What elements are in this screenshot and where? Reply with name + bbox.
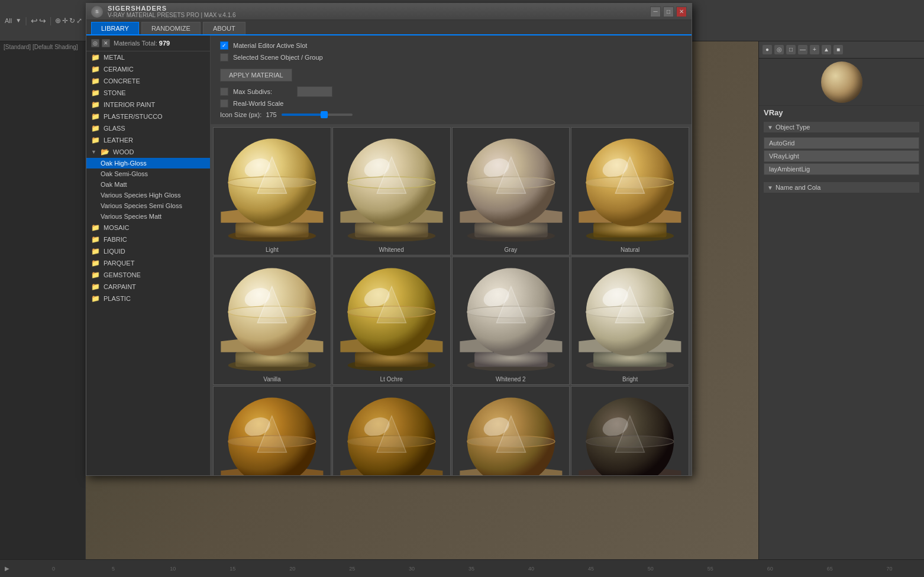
icon-size-slider-thumb[interactable] — [321, 111, 328, 118]
material-cell-light[interactable]: Light — [213, 127, 331, 255]
rp-icon-4[interactable]: — — [798, 45, 807, 54]
real-world-checkbox[interactable] — [220, 99, 228, 108]
toolbar-icon-redo[interactable]: ↪ — [39, 16, 46, 25]
sidebar-item-various-matt[interactable]: Various Species Matt — [86, 211, 210, 222]
app-logo: S — [91, 6, 103, 18]
sidebar-item-glass[interactable]: 📁 GLASS — [86, 122, 210, 134]
sidebar-item-parquet[interactable]: 📁 PARQUET — [86, 257, 210, 269]
sidebar-item-interior-paint[interactable]: 📁 INTERIOR PAINT — [86, 99, 210, 111]
object-type-section: ▼ Object Type AutoGrid VRayLight layAmbi… — [759, 119, 924, 180]
ambient-btn[interactable]: layAmbientLig — [764, 163, 919, 175]
tab-randomize[interactable]: RANDOMIZE — [141, 22, 201, 34]
scene-object-checkbox[interactable] — [220, 53, 228, 61]
max-subdivs-input[interactable] — [297, 86, 332, 97]
toolbar-move[interactable]: ✛ — [62, 17, 68, 25]
vraylight-btn[interactable]: VRayLight — [764, 150, 919, 162]
folder-icon-ceramic: 📁 — [91, 65, 100, 73]
folder-icon-leather: 📁 — [91, 136, 100, 144]
material-cell-dark[interactable] — [571, 386, 689, 476]
sidebar-item-leather[interactable]: 📁 LEATHER — [86, 134, 210, 146]
sidebar-item-gemstone[interactable]: 📁 GEMSTONE — [86, 269, 210, 281]
rp-icon-2[interactable]: ◎ — [774, 45, 784, 54]
material-name-bright: Bright — [622, 374, 638, 384]
tick-70: 70 — [860, 566, 919, 572]
main-content: ✓ Material Editor Active Slot Selected S… — [211, 35, 692, 475]
rp-icon-5[interactable]: + — [810, 45, 819, 54]
toolbar-rotate[interactable]: ↻ — [69, 17, 75, 25]
left-panel-label: [Standard] [Default Shading] — [0, 41, 85, 53]
icon-size-value: 175 — [266, 111, 276, 118]
sidebar-item-mosaic[interactable]: 📁 MOSAIC — [86, 222, 210, 234]
name-color-header[interactable]: ▼ Name and Cola — [764, 182, 919, 193]
folder-icon-glass: 📁 — [91, 124, 100, 132]
sidebar-label-parquet: PARQUET — [104, 260, 134, 267]
material-cell-gray[interactable]: Gray — [452, 127, 570, 255]
material-cell-natural[interactable]: Natural — [571, 127, 689, 255]
material-cell-oak3[interactable] — [452, 386, 570, 476]
title-controls: ─ □ ✕ — [650, 7, 687, 17]
material-editor-checkbox[interactable]: ✓ — [220, 41, 228, 50]
tab-library[interactable]: LIBRARY — [91, 22, 139, 34]
sidebar-collapse-btn[interactable]: ◎ — [91, 39, 99, 47]
sidebar-header-icons: ◎ ✕ — [91, 39, 110, 47]
material-cell-vanilla[interactable]: Vanilla — [213, 257, 331, 385]
material-cell-whitened2[interactable]: Whitened 2 — [452, 257, 570, 385]
sidebar-item-liquid[interactable]: 📁 LIQUID — [86, 245, 210, 257]
toolbar-select[interactable]: ⊕ — [55, 17, 61, 25]
sidebar-item-ceramic[interactable]: 📁 CERAMIC — [86, 63, 210, 75]
max-subdivs-checkbox[interactable] — [220, 87, 228, 96]
toolbar-dropdown[interactable]: ▼ — [15, 17, 21, 24]
rp-icon-1[interactable]: ● — [763, 45, 772, 54]
tick-30: 30 — [382, 566, 442, 572]
folder-icon-wood: 📂 — [101, 148, 109, 156]
right-panel: ● ◎ □ — + ▲ ■ VRay ▼ Object Type AutoGri… — [758, 41, 924, 559]
icon-size-label: Icon Size (px): 175 — [220, 111, 277, 118]
material-grid-inner: Light — [213, 127, 689, 475]
autogrid-btn[interactable]: AutoGrid — [764, 137, 919, 149]
maximize-btn[interactable]: □ — [663, 7, 674, 17]
object-type-header[interactable]: ▼ Object Type — [764, 122, 919, 132]
folder-icon-interior-paint: 📁 — [91, 101, 100, 109]
material-cell-oak1[interactable] — [213, 386, 331, 476]
sidebar-item-metal[interactable]: 📁 METAL — [86, 51, 210, 63]
close-btn[interactable]: ✕ — [676, 7, 687, 17]
real-world-row: Real-World Scale — [220, 99, 682, 108]
vray-label: VRay — [759, 106, 924, 119]
sidebar-item-various-semi[interactable]: Various Species Semi Gloss — [86, 200, 210, 211]
sidebar-item-concrete[interactable]: 📁 CONCRETE — [86, 75, 210, 87]
apply-material-btn[interactable]: APPLY MATERIAL — [220, 69, 292, 82]
sidebar-item-various-high[interactable]: Various Species High Gloss — [86, 190, 210, 200]
toolbar-icon-1[interactable]: All — [2, 17, 14, 24]
right-panel-toolbar: ● ◎ □ — + ▲ ■ — [759, 41, 924, 59]
sidebar-item-plaster[interactable]: 📁 PLASTER/STUCCO — [86, 111, 210, 122]
material-cell-ltochre[interactable]: Lt Ochre — [332, 257, 451, 385]
material-cell-whitened[interactable]: Whitened — [332, 127, 451, 255]
material-cell-bright[interactable]: Bright — [571, 257, 689, 385]
sidebar-item-carpaint[interactable]: 📁 CARPAINT — [86, 281, 210, 293]
sidebar-item-wood[interactable]: ▼ 📂 WOOD — [86, 146, 210, 158]
timeline-play[interactable]: ▶ — [5, 565, 9, 572]
tab-about[interactable]: ABOUT — [203, 22, 245, 34]
sidebar-item-oak-semi-gloss[interactable]: Oak Semi-Gloss — [86, 168, 210, 179]
toolbar-icon-undo[interactable]: ↩ — [31, 16, 38, 25]
sidebar-item-oak-matt[interactable]: Oak Matt — [86, 179, 210, 190]
minimize-btn[interactable]: ─ — [650, 7, 661, 17]
material-sphere-bright — [571, 257, 689, 374]
sidebar-item-oak-high-gloss[interactable]: Oak High-Gloss — [86, 158, 210, 168]
folder-icon-mosaic: 📁 — [91, 223, 100, 232]
material-cell-oak2[interactable] — [332, 386, 451, 476]
sidebar-item-stone[interactable]: 📁 STONE — [86, 87, 210, 99]
toolbar-scale[interactable]: ⤢ — [76, 17, 82, 25]
tick-35: 35 — [442, 566, 502, 572]
sidebar-label-plaster: PLASTER/STUCCO — [104, 113, 163, 120]
sidebar-item-fabric[interactable]: 📁 FABRIC — [86, 234, 210, 245]
sidebar-close-btn[interactable]: ✕ — [102, 39, 110, 47]
sidebar-item-plastic[interactable]: 📁 PLASTIC — [86, 293, 210, 304]
rp-icon-3[interactable]: □ — [786, 45, 796, 54]
sidebar-label-metal: METAL — [104, 54, 125, 61]
materials-total-label: Materials Total: 979 — [114, 40, 170, 47]
icon-size-row: Icon Size (px): 175 — [220, 111, 682, 118]
options-panel: ✓ Material Editor Active Slot Selected S… — [211, 35, 692, 125]
rp-icon-7[interactable]: ■ — [833, 45, 843, 54]
rp-icon-6[interactable]: ▲ — [822, 45, 831, 54]
